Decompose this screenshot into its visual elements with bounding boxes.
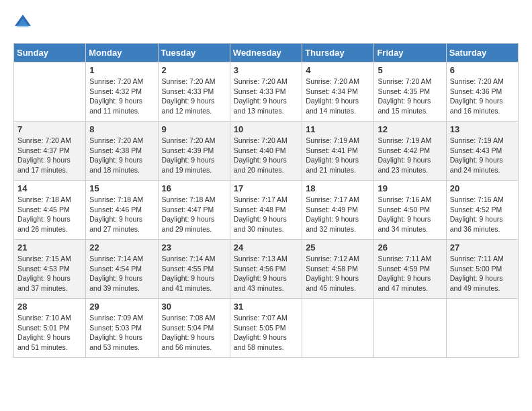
calendar-cell: 27Sunrise: 7:11 AMSunset: 5:00 PMDayligh… [446,240,518,299]
page-header [13,13,519,32]
day-number: 10 [234,124,298,134]
day-info: Sunrise: 7:20 AMSunset: 4:33 PMDaylight:… [162,77,226,116]
calendar-cell: 21Sunrise: 7:15 AMSunset: 4:53 PMDayligh… [14,240,86,299]
logo [13,13,35,32]
day-info: Sunrise: 7:20 AMSunset: 4:38 PMDaylight:… [89,136,154,175]
calendar-cell: 31Sunrise: 7:07 AMSunset: 5:05 PMDayligh… [230,299,302,358]
day-number: 3 [234,65,298,75]
calendar-week-row: 21Sunrise: 7:15 AMSunset: 4:53 PMDayligh… [14,240,519,299]
day-number: 13 [450,124,515,134]
calendar-cell: 29Sunrise: 7:09 AMSunset: 5:03 PMDayligh… [86,299,158,358]
day-info: Sunrise: 7:16 AMSunset: 4:52 PMDaylight:… [450,195,515,234]
calendar-cell: 4Sunrise: 7:20 AMSunset: 4:34 PMDaylight… [302,62,374,122]
weekday-header-tuesday: Tuesday [158,44,230,62]
calendar-table: SundayMondayTuesdayWednesdayThursdayFrid… [13,43,519,358]
calendar-week-row: 14Sunrise: 7:18 AMSunset: 4:45 PMDayligh… [14,181,519,240]
day-info: Sunrise: 7:20 AMSunset: 4:40 PMDaylight:… [234,136,298,175]
day-info: Sunrise: 7:20 AMSunset: 4:34 PMDaylight:… [306,77,370,116]
calendar-cell: 7Sunrise: 7:20 AMSunset: 4:37 PMDaylight… [14,122,86,181]
day-info: Sunrise: 7:20 AMSunset: 4:37 PMDaylight:… [17,136,82,175]
day-info: Sunrise: 7:15 AMSunset: 4:53 PMDaylight:… [17,254,82,293]
calendar-cell [302,299,374,358]
day-info: Sunrise: 7:09 AMSunset: 5:03 PMDaylight:… [89,313,154,353]
day-number: 11 [306,124,370,134]
weekday-header-thursday: Thursday [302,44,374,62]
day-info: Sunrise: 7:19 AMSunset: 4:42 PMDaylight:… [378,136,442,175]
day-number: 29 [89,302,154,312]
day-info: Sunrise: 7:20 AMSunset: 4:36 PMDaylight:… [450,77,515,116]
day-number: 20 [450,183,515,193]
day-number: 22 [89,242,154,253]
calendar-cell: 19Sunrise: 7:16 AMSunset: 4:50 PMDayligh… [374,181,446,240]
day-number: 2 [162,65,226,75]
day-number: 19 [378,183,442,193]
day-info: Sunrise: 7:11 AMSunset: 5:00 PMDaylight:… [450,254,515,293]
day-info: Sunrise: 7:13 AMSunset: 4:56 PMDaylight:… [234,254,298,293]
day-number: 1 [89,65,154,75]
calendar-cell: 13Sunrise: 7:19 AMSunset: 4:43 PMDayligh… [446,122,518,181]
day-info: Sunrise: 7:20 AMSunset: 4:32 PMDaylight:… [89,77,154,116]
weekday-header-saturday: Saturday [446,44,518,62]
day-number: 28 [17,302,82,312]
weekday-header-friday: Friday [374,44,446,62]
day-info: Sunrise: 7:16 AMSunset: 4:50 PMDaylight:… [378,195,442,234]
day-number: 4 [306,65,370,75]
calendar-week-row: 7Sunrise: 7:20 AMSunset: 4:37 PMDaylight… [14,122,519,181]
calendar-cell: 16Sunrise: 7:18 AMSunset: 4:47 PMDayligh… [158,181,230,240]
day-info: Sunrise: 7:12 AMSunset: 4:58 PMDaylight:… [306,254,370,293]
day-info: Sunrise: 7:18 AMSunset: 4:46 PMDaylight:… [89,195,154,234]
calendar-cell: 15Sunrise: 7:18 AMSunset: 4:46 PMDayligh… [86,181,158,240]
calendar-cell: 28Sunrise: 7:10 AMSunset: 5:01 PMDayligh… [14,299,86,358]
calendar-cell [374,299,446,358]
calendar-cell: 12Sunrise: 7:19 AMSunset: 4:42 PMDayligh… [374,122,446,181]
day-info: Sunrise: 7:18 AMSunset: 4:45 PMDaylight:… [17,195,82,234]
calendar-cell: 6Sunrise: 7:20 AMSunset: 4:36 PMDaylight… [446,62,518,122]
day-info: Sunrise: 7:18 AMSunset: 4:47 PMDaylight:… [162,195,226,234]
day-number: 26 [378,242,442,253]
day-info: Sunrise: 7:14 AMSunset: 4:55 PMDaylight:… [162,254,226,293]
weekday-header-sunday: Sunday [14,44,86,62]
day-number: 7 [17,124,82,134]
calendar-cell: 24Sunrise: 7:13 AMSunset: 4:56 PMDayligh… [230,240,302,299]
calendar-cell: 2Sunrise: 7:20 AMSunset: 4:33 PMDaylight… [158,62,230,122]
day-number: 6 [450,65,515,75]
day-info: Sunrise: 7:08 AMSunset: 5:04 PMDaylight:… [162,313,226,353]
day-number: 17 [234,183,298,193]
day-number: 31 [234,302,298,312]
day-info: Sunrise: 7:19 AMSunset: 4:41 PMDaylight:… [306,136,370,175]
calendar-cell: 23Sunrise: 7:14 AMSunset: 4:55 PMDayligh… [158,240,230,299]
calendar-cell: 18Sunrise: 7:17 AMSunset: 4:49 PMDayligh… [302,181,374,240]
day-number: 21 [17,242,82,253]
calendar-cell: 22Sunrise: 7:14 AMSunset: 4:54 PMDayligh… [86,240,158,299]
day-number: 14 [17,183,82,193]
day-number: 27 [450,242,515,253]
calendar-cell: 30Sunrise: 7:08 AMSunset: 5:04 PMDayligh… [158,299,230,358]
calendar-cell: 20Sunrise: 7:16 AMSunset: 4:52 PMDayligh… [446,181,518,240]
day-info: Sunrise: 7:20 AMSunset: 4:33 PMDaylight:… [234,77,298,116]
day-number: 30 [162,302,226,312]
calendar-cell: 25Sunrise: 7:12 AMSunset: 4:58 PMDayligh… [302,240,374,299]
day-info: Sunrise: 7:17 AMSunset: 4:48 PMDaylight:… [234,195,298,234]
day-number: 16 [162,183,226,193]
day-info: Sunrise: 7:19 AMSunset: 4:43 PMDaylight:… [450,136,515,175]
day-number: 8 [89,124,154,134]
day-info: Sunrise: 7:20 AMSunset: 4:39 PMDaylight:… [162,136,226,175]
calendar-cell: 17Sunrise: 7:17 AMSunset: 4:48 PMDayligh… [230,181,302,240]
calendar-cell: 3Sunrise: 7:20 AMSunset: 4:33 PMDaylight… [230,62,302,122]
weekday-header-wednesday: Wednesday [230,44,302,62]
day-number: 15 [89,183,154,193]
calendar-cell: 8Sunrise: 7:20 AMSunset: 4:38 PMDaylight… [86,122,158,181]
day-number: 5 [378,65,442,75]
day-number: 24 [234,242,298,253]
calendar-cell: 1Sunrise: 7:20 AMSunset: 4:32 PMDaylight… [86,62,158,122]
calendar-cell [446,299,518,358]
calendar-cell: 9Sunrise: 7:20 AMSunset: 4:39 PMDaylight… [158,122,230,181]
day-number: 9 [162,124,226,134]
calendar-week-row: 1Sunrise: 7:20 AMSunset: 4:32 PMDaylight… [14,62,519,122]
calendar-cell: 5Sunrise: 7:20 AMSunset: 4:35 PMDaylight… [374,62,446,122]
day-number: 12 [378,124,442,134]
day-info: Sunrise: 7:17 AMSunset: 4:49 PMDaylight:… [306,195,370,234]
day-info: Sunrise: 7:20 AMSunset: 4:35 PMDaylight:… [378,77,442,116]
calendar-cell: 11Sunrise: 7:19 AMSunset: 4:41 PMDayligh… [302,122,374,181]
day-info: Sunrise: 7:14 AMSunset: 4:54 PMDaylight:… [89,254,154,293]
